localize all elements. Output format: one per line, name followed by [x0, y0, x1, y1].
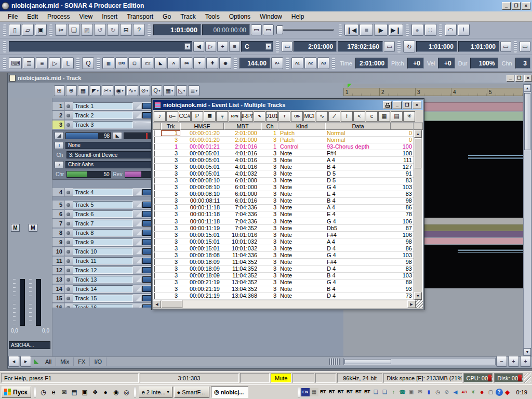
track-tool-button[interactable]: ✂▾ [102, 85, 113, 96]
event-mbt[interactable]: 4:01:016 [224, 164, 261, 170]
track-name-field[interactable]: Track 16 [73, 304, 133, 308]
scroll-down-button[interactable]: ▼ [414, 292, 422, 300]
panel-button[interactable]: 2:2 [141, 57, 153, 69]
row-gutter[interactable] [153, 280, 161, 285]
event-row[interactable]: 3 00:00:15:01 10:01:032 3 Note A 4 98 [153, 238, 414, 245]
event-row[interactable]: 3 00:00:01:20 2:01:000 3 Patch Normal 0 [153, 137, 414, 143]
event-type-toggle-button[interactable]: RPN [229, 111, 241, 122]
event-mbt[interactable]: 11:04:352 [224, 259, 261, 265]
event-mbt[interactable]: 6:01:000 [224, 184, 261, 190]
quick-launch-icon[interactable]: e [49, 387, 59, 397]
volume-triangle-icon[interactable] [134, 229, 142, 237]
event-channel[interactable]: 1 [261, 130, 278, 136]
panel-button[interactable]: ◉ [219, 57, 231, 69]
event-kind[interactable]: Note [278, 246, 325, 251]
menu-item[interactable]: Go [158, 12, 176, 21]
row-gutter[interactable] [153, 273, 161, 278]
cut-button[interactable]: ✂ [55, 24, 67, 36]
event-row[interactable]: 3 00:00:08:11 6:01:016 3 Note B 4 98 [153, 198, 414, 205]
event-hmsf[interactable]: 00:00:08:10 [180, 184, 224, 190]
event-trk[interactable]: 3 [161, 252, 180, 258]
scroll-down-button[interactable]: ▼ [524, 348, 531, 356]
event-trk[interactable]: 3 [161, 232, 180, 238]
loop-ruler-button[interactable]: ▭ [500, 41, 511, 52]
start-button[interactable]: Пуск [2, 387, 31, 398]
taskbar-task-button[interactable]: ● SmartF... [174, 387, 210, 398]
event-trk[interactable]: 1 [161, 130, 180, 136]
tray-icon[interactable]: BT [345, 388, 354, 396]
toolbar-grip[interactable] [276, 41, 279, 52]
scroll-thumb[interactable] [524, 93, 530, 150]
row-gutter[interactable] [153, 184, 161, 190]
event-row[interactable]: 3 00:00:21:19 13:04:368 3 Note D 4 73 [153, 293, 414, 300]
record-automation-button[interactable]: ∷ [424, 24, 436, 36]
event-value[interactable]: 98 [391, 259, 414, 265]
event-row[interactable]: 3 00:00:11:19 7:04:352 3 Note Db5 87 [153, 225, 414, 232]
event-channel[interactable]: 3 [261, 239, 278, 245]
toolbar-grip[interactable] [286, 58, 289, 69]
event-row[interactable]: 3 00:00:08:10 6:01:000 3 Note E 4 83 [153, 191, 414, 198]
menu-item[interactable]: Window [255, 12, 287, 21]
event-data[interactable]: F#4 [325, 259, 391, 265]
event-mbt[interactable]: 4:01:016 [224, 151, 261, 156]
event-value[interactable]: 108 [391, 151, 414, 156]
event-trk[interactable]: 3 [161, 184, 180, 190]
duration-display[interactable]: 100% [470, 58, 498, 69]
row-gutter[interactable] [153, 151, 161, 156]
event-trk[interactable]: 3 [161, 191, 180, 197]
toolbar-grip[interactable] [397, 41, 401, 52]
event-data[interactable]: B 4 [325, 164, 391, 170]
event-hmsf[interactable]: 00:00:05:01 [180, 164, 224, 170]
track-tool-button[interactable]: ∿▾ [127, 85, 138, 96]
event-data[interactable]: B 4 [325, 273, 391, 278]
event-kind[interactable]: Note [278, 293, 325, 299]
track-tool-button[interactable]: ◉▾ [114, 85, 126, 96]
event-data[interactable]: G 4 [325, 219, 391, 224]
volume-triangle-icon[interactable] [134, 294, 142, 302]
mute-button-2[interactable]: M [29, 224, 37, 232]
view-tab[interactable]: Mix [56, 357, 74, 366]
tray-icon[interactable]: ▦ [310, 388, 318, 396]
scroll-thumb[interactable] [344, 359, 391, 364]
track-number[interactable]: 16 [52, 303, 65, 308]
tray-icon[interactable]: BT [363, 388, 371, 396]
event-mbt[interactable]: 7:04:352 [224, 225, 261, 231]
toolbar-grip[interactable] [439, 24, 442, 36]
toolbar-grip[interactable] [3, 24, 6, 36]
event-row[interactable]: 3 00:00:11:18 7:04:336 3 Note A 4 86 [153, 205, 414, 211]
track-status-dot[interactable] [65, 257, 72, 265]
view-tab[interactable]: FX [74, 357, 90, 366]
track-status-dot[interactable] [65, 303, 72, 308]
redo-button[interactable]: ↻ [107, 24, 119, 36]
track-name-field[interactable]: Track 4 [73, 189, 133, 196]
new-button[interactable]: ▯ [9, 24, 21, 36]
event-kind[interactable]: Note [278, 184, 325, 190]
menu-item[interactable]: Tools [201, 12, 224, 21]
volume-triangle-icon[interactable] [134, 266, 142, 274]
copy-button[interactable]: ❏ [68, 24, 80, 36]
event-value[interactable]: 83 [391, 178, 414, 183]
patch-icon[interactable]: ♪ [55, 161, 64, 168]
select-thru-display[interactable]: 178:02:160 [338, 41, 383, 52]
input-icon[interactable]: I [55, 142, 64, 149]
zoom-corner-button[interactable]: + [520, 356, 531, 367]
event-type-toggle-button[interactable]: NRPN [241, 111, 253, 122]
track-status-dot[interactable] [65, 238, 72, 246]
lock-contents-button[interactable] [383, 101, 392, 109]
event-trk[interactable]: 3 [161, 246, 180, 251]
panel-button[interactable]: ▢ [128, 57, 140, 69]
menu-item[interactable]: Track [176, 12, 201, 21]
event-type-toggle-button[interactable]: ▤ [391, 111, 403, 122]
time-ruler[interactable]: 12345 [343, 88, 523, 96]
event-hmsf[interactable]: 00:00:18:08 [180, 252, 224, 258]
event-value[interactable]: 0 [391, 137, 414, 143]
row-gutter[interactable] [153, 144, 161, 150]
restore-button[interactable]: ❐ [512, 2, 521, 10]
quick-launch-icon[interactable]: ● [101, 387, 111, 397]
track-name-field[interactable]: Track 6 [73, 210, 133, 218]
event-mbt[interactable]: 6:01:000 [224, 178, 261, 183]
event-data[interactable]: G 4 [325, 280, 391, 285]
event-trk[interactable]: 3 [161, 225, 180, 231]
quick-launch-icon[interactable]: ◷ [38, 387, 48, 397]
view-tab[interactable]: All [41, 357, 56, 366]
